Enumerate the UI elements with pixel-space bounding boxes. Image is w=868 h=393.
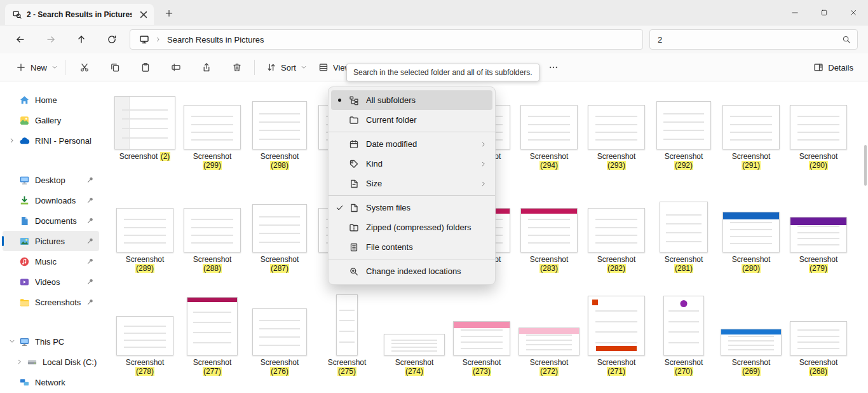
file-thumbnail xyxy=(252,308,307,355)
vertical-scrollbar[interactable] xyxy=(864,145,867,186)
menu-item-size[interactable]: Size xyxy=(331,174,492,193)
search-icon[interactable] xyxy=(842,35,851,44)
file-item-screenshot-269[interactable]: Screenshot(269) xyxy=(719,294,783,376)
file-item-screenshot-280[interactable]: Screenshot(280) xyxy=(719,191,783,273)
delete-button[interactable] xyxy=(224,57,250,78)
menu-item-label: File contents xyxy=(366,242,492,252)
paste-button[interactable] xyxy=(132,57,159,78)
menu-item-current-folder[interactable]: Current folder xyxy=(331,110,492,130)
menu-item-date-modified[interactable]: Date modified xyxy=(331,134,492,154)
menu-item-file-contents[interactable]: File contents xyxy=(331,237,492,257)
search-box[interactable] xyxy=(649,29,858,50)
more-options-button[interactable] xyxy=(540,57,567,78)
file-label: Screenshot(277) xyxy=(193,358,232,376)
tab-close-icon[interactable] xyxy=(137,8,150,21)
menu-item-all-subfolders[interactable]: All subfolders xyxy=(331,90,492,110)
file-label: Screenshot(294) xyxy=(530,152,569,170)
file-item-screenshot-2[interactable]: Screenshot (2) xyxy=(113,88,177,161)
file-item-screenshot-292[interactable]: Screenshot(292) xyxy=(652,88,715,170)
file-item-screenshot-276[interactable]: Screenshot(276) xyxy=(248,294,311,376)
sidebar-item-pictures[interactable]: Pictures xyxy=(3,231,99,251)
chevron-right-icon[interactable] xyxy=(6,137,18,144)
chevron-down-icon[interactable] xyxy=(6,338,18,345)
rename-button[interactable] xyxy=(163,57,189,78)
search-input[interactable] xyxy=(658,35,842,45)
thumbnail-zone xyxy=(585,88,648,149)
file-thumbnail xyxy=(722,212,780,252)
file-item-screenshot-279[interactable]: Screenshot(279) xyxy=(787,191,850,273)
new-button-label: New xyxy=(31,63,47,72)
sidebar-item-this-pc[interactable]: This PC xyxy=(3,331,99,352)
details-panel-icon xyxy=(813,62,824,72)
breadcrumb[interactable]: Search Results in Pictures xyxy=(167,35,264,45)
minimize-button[interactable] xyxy=(780,0,810,25)
file-item-screenshot-298[interactable]: Screenshot(298) xyxy=(248,88,311,170)
menu-separator xyxy=(329,132,495,132)
file-item-screenshot-288[interactable]: Screenshot(288) xyxy=(180,191,244,273)
selection-indicator xyxy=(2,236,4,246)
menu-item-system-files[interactable]: System files xyxy=(331,198,492,217)
file-item-screenshot-293[interactable]: Screenshot(293) xyxy=(585,88,648,170)
sidebar-item-home[interactable]: Home xyxy=(3,90,99,110)
file-item-screenshot-272[interactable]: Screenshot(272) xyxy=(517,294,581,376)
back-button[interactable] xyxy=(10,29,31,50)
chevron-right-icon[interactable] xyxy=(14,359,25,365)
file-thumbnail xyxy=(384,334,445,355)
share-button[interactable] xyxy=(193,57,220,78)
close-button[interactable] xyxy=(839,0,868,25)
menu-item-zipped-compressed-folders[interactable]: Zipped (compressed) folders xyxy=(331,217,492,237)
folder-icon xyxy=(348,115,360,125)
explorer-tab[interactable]: 2 - Search Results in Pictures xyxy=(5,4,154,25)
file-item-screenshot-268[interactable]: Screenshot(268) xyxy=(787,294,850,376)
sidebar-list: HomeGalleryRINI - PersonalDesktopDownloa… xyxy=(0,90,102,392)
new-button[interactable]: New xyxy=(10,57,64,78)
cut-button[interactable] xyxy=(71,57,98,78)
sidebar-item-desktop[interactable]: Desktop xyxy=(3,170,99,190)
details-button[interactable]: Details xyxy=(808,57,859,78)
file-item-screenshot-287[interactable]: Screenshot(287) xyxy=(248,191,311,273)
file-item-screenshot-289[interactable]: Screenshot(289) xyxy=(113,191,177,273)
copy-button[interactable] xyxy=(102,57,128,78)
sidebar-item-documents[interactable]: Documents xyxy=(3,210,99,231)
file-item-screenshot-274[interactable]: Screenshot(274) xyxy=(383,294,446,376)
file-thumbnail xyxy=(722,105,780,149)
sidebar-item-gallery[interactable]: Gallery xyxy=(3,110,99,130)
file-item-screenshot-290[interactable]: Screenshot(290) xyxy=(787,88,850,170)
file-item-screenshot-275[interactable]: Screenshot(275) xyxy=(315,294,379,376)
file-item-screenshot-273[interactable]: Screenshot(273) xyxy=(450,294,513,376)
chevron-right-icon[interactable] xyxy=(155,36,161,43)
sidebar-item-videos[interactable]: Videos xyxy=(3,272,99,292)
sidebar-item-network[interactable]: Network xyxy=(3,372,99,392)
sidebar-item-screenshots[interactable]: Screenshots xyxy=(3,292,99,312)
file-item-screenshot-294[interactable]: Screenshot(294) xyxy=(517,88,581,170)
address-bar[interactable]: Search Results in Pictures xyxy=(130,29,643,50)
pin-icon xyxy=(86,258,94,265)
up-button[interactable] xyxy=(71,29,92,50)
sidebar-item-downloads[interactable]: Downloads xyxy=(3,190,99,210)
file-item-screenshot-277[interactable]: Screenshot(277) xyxy=(180,294,244,376)
back-icon xyxy=(15,34,25,45)
new-tab-button[interactable] xyxy=(159,3,179,24)
menu-item-kind[interactable]: Kind xyxy=(331,154,492,174)
file-item-screenshot-299[interactable]: Screenshot(299) xyxy=(180,88,244,170)
file-label: Screenshot(268) xyxy=(799,358,838,376)
file-item-screenshot-291[interactable]: Screenshot(291) xyxy=(719,88,783,170)
file-item-screenshot-281[interactable]: Screenshot(281) xyxy=(652,191,715,273)
file-item-screenshot-270[interactable]: Screenshot(270) xyxy=(652,294,715,376)
menu-item-change-indexed-locations[interactable]: Change indexed locations xyxy=(331,261,492,281)
sort-button[interactable]: Sort xyxy=(261,57,313,78)
sidebar-item-local-disk-c[interactable]: Local Disk (C:) xyxy=(3,352,99,372)
file-item-screenshot-278[interactable]: Screenshot(278) xyxy=(113,294,177,376)
file-item-screenshot-282[interactable]: Screenshot(282) xyxy=(585,191,648,273)
file-label: Screenshot(299) xyxy=(193,152,232,170)
documents-icon xyxy=(18,216,31,226)
file-item-screenshot-271[interactable]: Screenshot(271) xyxy=(585,294,648,376)
file-item-screenshot-283[interactable]: Screenshot(283) xyxy=(517,191,581,273)
forward-button[interactable] xyxy=(41,29,61,50)
maximize-button[interactable] xyxy=(810,0,839,25)
sidebar-item-rini-personal[interactable]: RINI - Personal xyxy=(3,130,99,151)
file-thumbnail xyxy=(184,105,241,149)
search-highlight: (281) xyxy=(674,264,693,273)
sidebar-item-music[interactable]: Music xyxy=(3,251,99,272)
refresh-button[interactable] xyxy=(102,29,122,50)
